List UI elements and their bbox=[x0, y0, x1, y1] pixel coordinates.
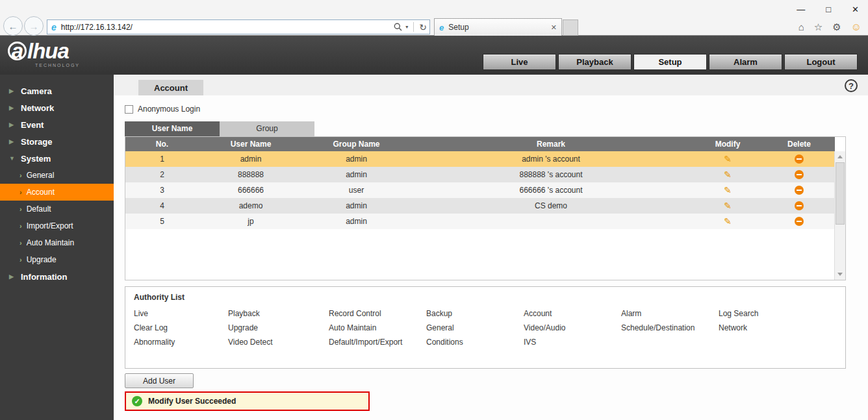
authority-column: Record Control Auto Maintain Default/Imp… bbox=[329, 309, 426, 347]
table-row[interactable]: 5 jp admin ✎ bbox=[125, 214, 835, 229]
maximize-icon[interactable]: □ bbox=[826, 5, 831, 14]
favorites-star-icon[interactable]: ☆ bbox=[814, 22, 823, 32]
sidebar-item-storage[interactable]: ▶Storage bbox=[0, 133, 114, 150]
add-user-button[interactable]: Add User bbox=[125, 373, 194, 388]
main-nav: Live Playback Setup Alarm Logout bbox=[483, 54, 858, 70]
delete-icon[interactable] bbox=[795, 170, 804, 179]
authority-column: Account Video/Audio IVS bbox=[524, 309, 621, 347]
window-titlebar: — □ ✕ bbox=[0, 0, 868, 18]
sidebar-item-network[interactable]: ▶Network bbox=[0, 99, 114, 116]
back-button[interactable]: ← bbox=[3, 16, 23, 36]
delete-minus-bar bbox=[797, 205, 802, 206]
table-row[interactable]: 4 ademo admin CS demo ✎ bbox=[125, 198, 835, 214]
modify-pencil-icon[interactable]: ✎ bbox=[724, 169, 732, 180]
table-header-row: No. User Name Group Name Remark Modify D… bbox=[125, 137, 835, 151]
search-dropdown-caret-icon[interactable]: ▾ bbox=[405, 24, 408, 30]
logo-subtitle: TECHNOLOGY bbox=[35, 63, 80, 68]
screen: — □ ✕ ← → e http://172.16.13.142/ ▾ ↻ e … bbox=[0, 0, 868, 420]
sidebar-subitem-auto-maintain[interactable]: ›Auto Maintain bbox=[0, 234, 114, 251]
scroll-up-icon[interactable] bbox=[837, 155, 843, 158]
scroll-down-icon[interactable] bbox=[837, 273, 843, 276]
cell-no: 5 bbox=[125, 214, 199, 229]
tab-account-page[interactable]: Account bbox=[138, 80, 203, 95]
help-icon[interactable]: ? bbox=[845, 79, 858, 92]
authority-item: Video Detect bbox=[228, 338, 329, 347]
search-icon[interactable] bbox=[394, 23, 402, 31]
sidebar-item-label: Storage bbox=[21, 137, 52, 147]
cell-user-name: ademo bbox=[199, 198, 303, 214]
scrollbar-thumb[interactable] bbox=[836, 162, 845, 225]
browser-action-icons: ⌂ ☆ ⚙ ☺ bbox=[798, 18, 862, 36]
cell-group-name: user bbox=[303, 182, 410, 198]
delete-icon[interactable] bbox=[795, 154, 804, 164]
nav-alarm[interactable]: Alarm bbox=[709, 54, 782, 70]
modify-pencil-icon[interactable]: ✎ bbox=[724, 154, 732, 164]
sidebar-subitem-general[interactable]: ›General bbox=[0, 167, 114, 184]
authority-item: Backup bbox=[426, 309, 524, 318]
status-message-box: ✓ Modify User Succeeded bbox=[125, 391, 370, 411]
col-header-group-name: Group Name bbox=[303, 137, 410, 151]
modify-pencil-icon[interactable]: ✎ bbox=[724, 201, 732, 211]
authority-list-title: Authority List bbox=[134, 293, 845, 302]
chevron-right-icon: › bbox=[19, 171, 22, 179]
authority-item: Network bbox=[719, 323, 823, 332]
settings-gear-icon[interactable]: ⚙ bbox=[832, 22, 841, 32]
close-icon[interactable]: ✕ bbox=[852, 5, 859, 14]
authority-column: Log Search Network bbox=[719, 309, 823, 347]
triangle-down-icon: ▼ bbox=[9, 155, 16, 162]
forward-button[interactable]: → bbox=[24, 16, 44, 36]
cell-user-name: 888888 bbox=[199, 167, 303, 182]
table-row[interactable]: 2 888888 admin 888888 's account ✎ bbox=[125, 167, 835, 182]
minimize-icon[interactable]: — bbox=[797, 5, 805, 14]
nav-setup[interactable]: Setup bbox=[633, 54, 707, 70]
refresh-icon[interactable]: ↻ bbox=[419, 23, 427, 32]
window-controls: — □ ✕ bbox=[797, 0, 859, 18]
delete-icon[interactable] bbox=[795, 217, 804, 226]
table-row[interactable]: 1 admin admin admin 's account ✎ bbox=[125, 151, 835, 167]
sidebar-item-label: Network bbox=[21, 103, 54, 113]
sidebar-item-label: Camera bbox=[21, 86, 52, 96]
browser-tab-setup[interactable]: e Setup ✕ bbox=[434, 18, 562, 36]
home-icon[interactable]: ⌂ bbox=[798, 22, 804, 32]
sidebar-item-camera[interactable]: ▶Camera bbox=[0, 82, 114, 99]
nav-live[interactable]: Live bbox=[483, 54, 556, 70]
authority-item: IVS bbox=[524, 338, 621, 347]
table-scrollbar[interactable] bbox=[834, 151, 845, 280]
address-bar[interactable]: e http://172.16.13.142/ ▾ ↻ bbox=[47, 19, 430, 34]
modify-pencil-icon[interactable]: ✎ bbox=[724, 185, 732, 195]
cell-delete bbox=[763, 214, 835, 229]
authority-item: Log Search bbox=[719, 309, 823, 318]
logo-a-mark: a bbox=[8, 42, 27, 60]
anonymous-login-checkbox[interactable] bbox=[125, 105, 133, 114]
anonymous-login-row: Anonymous Login bbox=[125, 105, 200, 114]
new-tab-button[interactable] bbox=[563, 19, 578, 36]
modify-pencil-icon[interactable]: ✎ bbox=[724, 216, 732, 227]
feedback-smiley-icon[interactable]: ☺ bbox=[851, 22, 862, 32]
sidebar-item-system[interactable]: ▼System bbox=[0, 150, 114, 167]
tab-user-name[interactable]: User Name bbox=[125, 121, 220, 136]
authority-item: Live bbox=[134, 309, 228, 318]
sidebar-subitem-default[interactable]: ›Default bbox=[0, 201, 114, 217]
sidebar-subitem-import-export[interactable]: ›Import/Export bbox=[0, 217, 114, 234]
sidebar-item-event[interactable]: ▶Event bbox=[0, 116, 114, 133]
chevron-right-icon: › bbox=[19, 188, 22, 196]
tab-title: Setup bbox=[448, 23, 546, 32]
triangle-right-icon: ▶ bbox=[9, 88, 16, 94]
nav-playback[interactable]: Playback bbox=[558, 54, 632, 70]
delete-icon[interactable] bbox=[795, 186, 804, 195]
delete-icon[interactable] bbox=[795, 201, 804, 210]
sidebar-subitem-upgrade[interactable]: ›Upgrade bbox=[0, 251, 114, 268]
url-text[interactable]: http://172.16.13.142/ bbox=[61, 23, 394, 32]
delete-minus-bar bbox=[797, 190, 802, 191]
authority-item: Playback bbox=[228, 309, 329, 318]
tab-group[interactable]: Group bbox=[220, 121, 314, 136]
sidebar-item-label: Event bbox=[21, 120, 44, 130]
table-row[interactable]: 3 666666 user 666666 's account ✎ bbox=[125, 182, 835, 198]
tab-close-icon[interactable]: ✕ bbox=[551, 23, 557, 32]
sidebar-item-information[interactable]: ▶Information bbox=[0, 268, 114, 285]
cell-delete bbox=[763, 167, 835, 182]
sidebar-subitem-account[interactable]: ›Account bbox=[0, 184, 114, 201]
nav-logout[interactable]: Logout bbox=[784, 54, 858, 70]
success-check-icon: ✓ bbox=[132, 396, 142, 406]
cell-delete bbox=[763, 151, 835, 167]
